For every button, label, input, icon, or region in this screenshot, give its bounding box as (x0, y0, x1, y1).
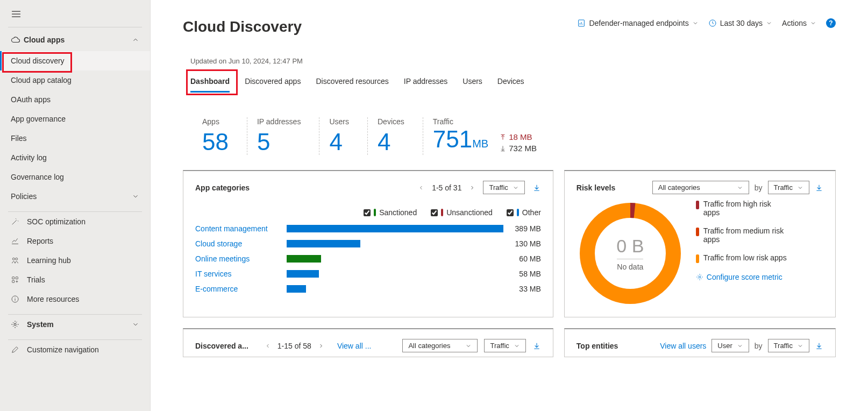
stat-value: 751MB (433, 126, 488, 153)
legend-other[interactable]: Other (507, 208, 541, 217)
category-select[interactable]: All categories (402, 339, 478, 352)
swatch-low (696, 254, 699, 263)
panel-title: Top entities (577, 342, 618, 350)
bar-row: E-commerce33 MB (195, 285, 541, 293)
sidebar-item-label: SOC optimization (27, 217, 86, 226)
bar-label[interactable]: E-commerce (195, 285, 287, 293)
configure-score-link[interactable]: Configure score metric (696, 273, 787, 281)
sidebar-item-files[interactable]: Files (0, 129, 150, 148)
sidebar-item-trials[interactable]: Trials (0, 270, 150, 289)
category-select[interactable]: All categories (652, 181, 749, 194)
sidebar-item-cloud-app-catalog[interactable]: Cloud app catalog (0, 70, 150, 90)
legend-label: Traffic from low risk apps (703, 253, 787, 262)
download-icon[interactable] (532, 183, 541, 192)
legend-label: Traffic from medium risk apps (703, 226, 787, 244)
by-label: by (755, 342, 763, 350)
bar-fill (287, 270, 319, 278)
sidebar-item-system[interactable]: System (0, 315, 150, 334)
bar-track (287, 240, 503, 247)
stat-devices[interactable]: Devices 4 (367, 117, 423, 155)
date-range-selector[interactable]: Last 30 days (708, 19, 772, 27)
bar-value: 389 MB (503, 224, 541, 233)
pager-prev[interactable] (418, 185, 424, 191)
sort-select[interactable]: Traffic (768, 181, 809, 194)
sidebar-item-customize[interactable]: Customize navigation (0, 340, 150, 359)
sort-select[interactable]: Traffic (484, 339, 525, 352)
sidebar-item-more[interactable]: More resources (0, 289, 150, 309)
bar-label[interactable]: IT services (195, 270, 287, 278)
sidebar-item-learning[interactable]: Learning hub (0, 251, 150, 270)
chevron-down-icon (132, 321, 139, 328)
sidebar-item-label: Learning hub (27, 256, 71, 265)
download-icon[interactable] (815, 183, 823, 192)
sidebar-item-activity-log[interactable]: Activity log (0, 148, 150, 167)
sidebar-item-label: Trials (27, 275, 45, 284)
sidebar: Cloud apps Cloud discovery Cloud app cat… (0, 0, 151, 411)
bar-value: 130 MB (503, 239, 541, 248)
sidebar-item-app-governance[interactable]: App governance (0, 109, 150, 129)
sidebar-item-reports[interactable]: Reports (0, 231, 150, 251)
bar-fill (287, 285, 306, 293)
legend-label: Traffic from high risk apps (703, 200, 787, 217)
pager-text: 1-5 of 31 (432, 183, 461, 192)
sidebar-item-oauth-apps[interactable]: OAuth apps (0, 90, 150, 109)
stat-traffic[interactable]: Traffic 751MB 18 MB 732 MB (423, 117, 555, 155)
svg-point-6 (14, 323, 16, 325)
panel-title: Risk levels (577, 183, 615, 192)
sort-select[interactable]: Traffic (768, 339, 809, 352)
donut-value: 0 B (616, 236, 644, 257)
clock-icon (708, 19, 717, 27)
stat-label: Apps (202, 117, 229, 126)
source-selector[interactable]: Defender-managed endpoints (577, 19, 698, 27)
wand-icon (11, 217, 27, 226)
pager-text: 1-15 of 58 (278, 342, 311, 350)
stat-apps[interactable]: Apps 58 (190, 117, 247, 155)
legend-sanctioned[interactable]: Sanctioned (364, 208, 417, 217)
download-icon[interactable] (815, 342, 823, 350)
tab-users[interactable]: Users (463, 74, 482, 93)
svg-rect-4 (12, 280, 15, 282)
sidebar-item-soc[interactable]: SOC optimization (0, 212, 150, 231)
svg-rect-3 (16, 277, 18, 279)
sidebar-item-cloud-discovery[interactable]: Cloud discovery (0, 51, 150, 70)
bar-value: 33 MB (503, 285, 541, 293)
pencil-icon (11, 345, 27, 354)
bar-label[interactable]: Content management (195, 224, 287, 233)
cloud-apps-section[interactable]: Cloud apps (0, 27, 150, 51)
stat-users[interactable]: Users 4 (319, 117, 367, 155)
sort-select[interactable]: Traffic (483, 181, 524, 194)
tab-discovered-apps[interactable]: Discovered apps (245, 74, 301, 93)
chevron-down-icon (132, 193, 139, 200)
tab-ip-addresses[interactable]: IP addresses (404, 74, 447, 93)
actions-menu[interactable]: Actions (782, 19, 816, 27)
app-categories-panel: App categories 1-5 of 31 Traffic Sanctio… (183, 170, 553, 317)
tab-discovered-resources[interactable]: Discovered resources (316, 74, 388, 93)
sidebar-item-policies[interactable]: Policies (0, 187, 150, 206)
entity-type-select[interactable]: User (712, 339, 749, 352)
download-icon[interactable] (532, 342, 541, 350)
help-icon[interactable]: ? (826, 18, 836, 28)
chart-line-icon (11, 237, 27, 245)
stat-value: 5 (257, 129, 301, 155)
pager-next[interactable] (469, 185, 475, 191)
bar-track (287, 225, 503, 232)
bar-label[interactable]: Online meetings (195, 254, 287, 263)
arrow-up-icon (499, 133, 507, 141)
tab-dashboard[interactable]: Dashboard (190, 74, 230, 93)
pager-next[interactable] (318, 343, 324, 349)
chevron-up-icon (132, 36, 139, 44)
bar-row: Online meetings60 MB (195, 254, 541, 263)
stat-ip[interactable]: IP addresses 5 (247, 117, 319, 155)
svg-point-0 (12, 258, 15, 260)
bar-label[interactable]: Cloud storage (195, 239, 287, 248)
swatch-high (696, 201, 699, 209)
view-all-users-link[interactable]: View all users (660, 342, 706, 350)
tab-devices[interactable]: Devices (497, 74, 524, 93)
legend-unsanctioned[interactable]: Unsanctioned (431, 208, 493, 217)
report-icon (577, 19, 586, 27)
learning-icon (11, 256, 27, 265)
view-all-link[interactable]: View all ... (337, 342, 372, 350)
hamburger-menu[interactable] (0, 5, 150, 27)
pager-prev[interactable] (265, 343, 271, 349)
sidebar-item-governance-log[interactable]: Governance log (0, 167, 150, 187)
